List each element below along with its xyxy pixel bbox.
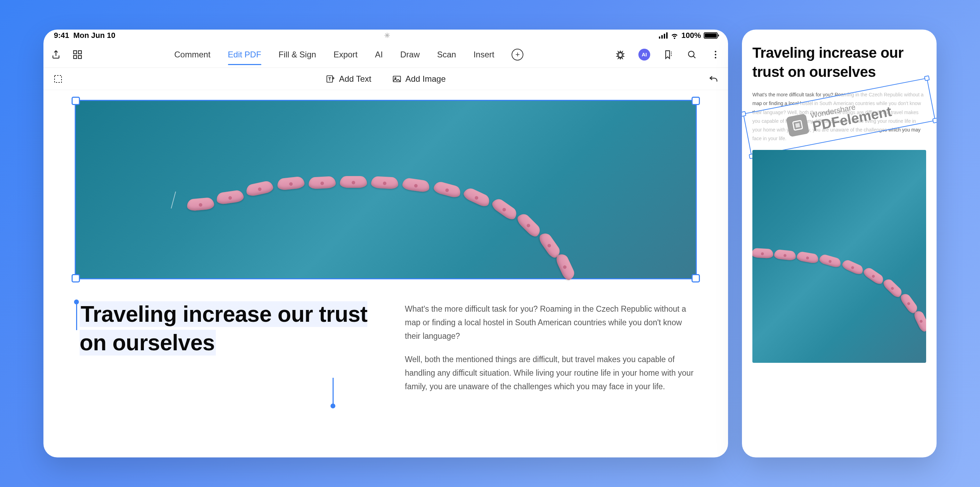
watermark-selection[interactable]: Wondershare PDFelement [743, 78, 935, 157]
svg-rect-3 [78, 55, 82, 58]
selection-caret-end [332, 378, 334, 405]
heading-text-selection[interactable]: Traveling increase our trust on ourselve… [75, 300, 377, 404]
selection-handle-end[interactable] [331, 404, 336, 409]
crop-select-icon[interactable] [52, 73, 64, 85]
svg-rect-1 [78, 50, 82, 54]
phone-image [752, 150, 926, 363]
phone-device: Traveling increase our trust on ourselve… [742, 30, 937, 457]
share-icon[interactable] [50, 49, 62, 60]
tab-scan[interactable]: Scan [437, 47, 456, 62]
svg-point-6 [715, 54, 717, 55]
appearance-icon[interactable] [615, 49, 626, 60]
body-para-2[interactable]: Well, both the mentioned things are diff… [405, 353, 697, 393]
selection-caret-start [76, 303, 77, 330]
resize-handle-bl[interactable] [72, 274, 80, 283]
wifi-icon [670, 31, 679, 40]
document-heading[interactable]: Traveling increase our trust on ourselve… [80, 300, 377, 357]
search-icon[interactable] [686, 49, 697, 60]
more-icon[interactable] [710, 49, 721, 60]
selected-image-frame[interactable] [75, 100, 697, 279]
status-date: Mon Jun 10 [73, 31, 115, 40]
tab-insert[interactable]: Insert [473, 47, 494, 62]
add-image-label: Add Image [405, 74, 445, 84]
document-canvas[interactable]: Traveling increase our trust on ourselve… [43, 90, 728, 413]
signal-icon [659, 32, 668, 38]
add-image-button[interactable]: Add Image [392, 74, 445, 84]
status-time: 9:41 [54, 31, 69, 40]
resize-handle-tr[interactable] [692, 97, 700, 105]
svg-rect-8 [54, 75, 62, 83]
add-tab-button[interactable]: + [512, 49, 523, 61]
battery-text: 100% [681, 31, 701, 40]
wm-handle-tr[interactable] [924, 75, 930, 81]
svg-point-7 [715, 57, 717, 58]
svg-rect-2 [74, 55, 77, 58]
tab-ai[interactable]: AI [375, 47, 383, 62]
document-body-column[interactable]: What's the more difficult task for you? … [405, 300, 697, 404]
tab-comment[interactable]: Comment [175, 47, 211, 62]
watermark-text: Wondershare PDFelement [810, 97, 893, 133]
tablet-device: 9:41 Mon Jun 10 ☀ 100% Comment Edit PDF … [43, 30, 728, 457]
add-image-icon [392, 74, 402, 84]
tab-fill-sign[interactable]: Fill & Sign [279, 47, 316, 62]
svg-point-5 [715, 51, 717, 53]
add-text-button[interactable]: Add Text [326, 74, 371, 84]
svg-rect-0 [74, 50, 77, 54]
brightness-icon: ☀ [384, 31, 390, 40]
resize-handle-br[interactable] [692, 274, 700, 283]
add-text-label: Add Text [339, 74, 371, 84]
image-content [76, 101, 696, 278]
resize-handle-tl[interactable] [72, 97, 80, 105]
watermark-logo-icon [786, 113, 810, 137]
tab-draw[interactable]: Draw [400, 47, 420, 62]
main-toolbar: Comment Edit PDF Fill & Sign Export AI D… [43, 42, 728, 68]
status-bar: 9:41 Mon Jun 10 ☀ 100% [43, 30, 728, 42]
ai-icon[interactable]: AI [638, 49, 650, 61]
phone-body-text: What's the more difficult task for you? … [752, 91, 926, 143]
battery-icon [704, 32, 718, 38]
wm-handle-br[interactable] [932, 118, 937, 123]
phone-heading: Traveling increase our trust on ourselve… [752, 43, 926, 81]
tab-export[interactable]: Export [334, 47, 358, 62]
wm-handle-tl[interactable] [742, 111, 746, 117]
svg-point-11 [395, 77, 396, 78]
add-text-icon [326, 74, 336, 84]
tab-edit-pdf[interactable]: Edit PDF [228, 47, 261, 62]
body-para-1[interactable]: What's the more difficult task for you? … [405, 302, 697, 343]
bookmark-icon[interactable] [663, 49, 674, 60]
edit-sub-toolbar: Add Text Add Image [43, 68, 728, 90]
thumbnails-icon[interactable] [72, 49, 83, 60]
undo-icon[interactable] [708, 73, 719, 85]
